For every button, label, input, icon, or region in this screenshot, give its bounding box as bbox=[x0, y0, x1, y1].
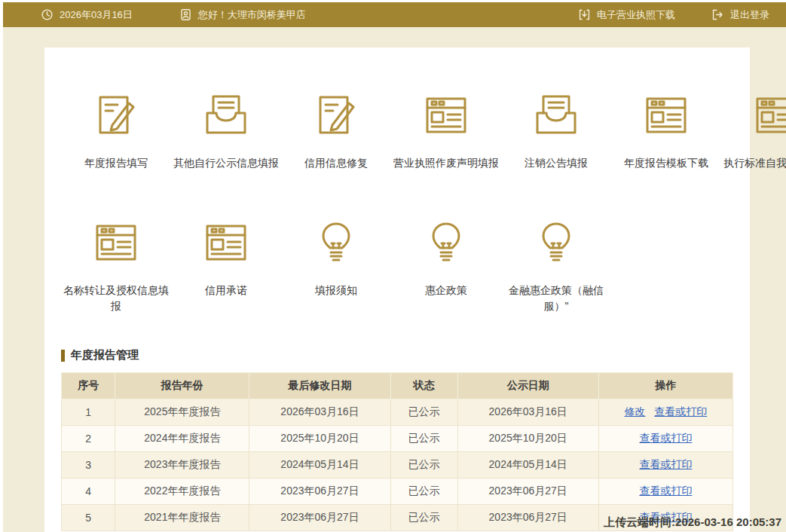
table-header-row: 序号 报告年份 最后修改日期 状态 公示日期 操作 bbox=[62, 373, 733, 399]
menu-item-label: 名称转让及授权信息填报 bbox=[61, 283, 171, 315]
col-header-report-year: 报告年份 bbox=[115, 373, 249, 399]
section-accent-bar bbox=[61, 350, 65, 362]
view-print-link[interactable]: 查看或打印 bbox=[654, 405, 707, 417]
date-text: 2026年03月16日 bbox=[60, 8, 133, 22]
form-icon bbox=[422, 91, 470, 139]
menu-item-filling-instructions[interactable]: 填报须知 bbox=[281, 219, 391, 315]
table-row: 2 2024年年度报告 2025年10月20日 已公示 2025年10月20日 … bbox=[62, 426, 733, 452]
publish-date-cell: 2023年06月27日 bbox=[457, 505, 598, 531]
logout-icon bbox=[711, 8, 724, 21]
status-cell: 已公示 bbox=[390, 399, 457, 426]
menu-item-label: 年度报告填写 bbox=[61, 155, 171, 172]
publish-date-cell: 2025年10月20日 bbox=[457, 426, 598, 452]
bulb-icon bbox=[422, 219, 470, 267]
modified-date-cell: 2023年06月27日 bbox=[249, 478, 390, 505]
modified-date-cell: 2024年05月14日 bbox=[249, 452, 390, 478]
report-year-cell: 2023年年度报告 bbox=[115, 452, 249, 478]
report-year-cell: 2025年年度报告 bbox=[115, 399, 249, 426]
report-year-cell: 2022年年度报告 bbox=[115, 478, 249, 505]
actions-cell: 查看或打印 bbox=[598, 426, 732, 452]
menu-item-label: 惠企政策 bbox=[391, 283, 501, 299]
upload-cloud-timestamp: 上传云端时间:2026-03-16 20:05:37 bbox=[604, 515, 781, 530]
license-download-button[interactable]: 电子营业执照下载 bbox=[578, 8, 675, 22]
person-icon bbox=[179, 8, 192, 21]
row-number-cell: 4 bbox=[62, 478, 115, 505]
col-header-index: 序号 bbox=[62, 373, 115, 399]
row-number-cell: 2 bbox=[62, 426, 115, 452]
bulb-icon bbox=[532, 219, 580, 267]
report-year-cell: 2021年年度报告 bbox=[115, 505, 249, 531]
annual-report-table: 序号 报告年份 最后修改日期 状态 公示日期 操作 1 2025年年度报告 20… bbox=[61, 372, 733, 531]
menu-item-label: 执行标准自我声明填报 bbox=[721, 155, 786, 172]
doc-pencil-icon bbox=[312, 91, 360, 139]
modified-date-cell: 2023年06月27日 bbox=[249, 505, 390, 531]
menu-item-label: 其他自行公示信息填报 bbox=[171, 155, 281, 172]
col-header-publish-date: 公示日期 bbox=[457, 373, 598, 399]
annual-report-section-header: 年度报告管理 bbox=[61, 348, 733, 362]
view-print-link[interactable]: 查看或打印 bbox=[639, 432, 692, 444]
row-number-cell: 1 bbox=[62, 399, 115, 426]
col-header-actions: 操作 bbox=[598, 373, 732, 399]
publish-date-cell: 2026年03月16日 bbox=[457, 399, 598, 426]
report-year-cell: 2024年年度报告 bbox=[115, 426, 249, 452]
modified-date-cell: 2026年03月16日 bbox=[249, 399, 390, 426]
table-row: 3 2023年年度报告 2024年05月14日 已公示 2024年05月14日 … bbox=[62, 452, 733, 478]
menu-item-label: 信用承诺 bbox=[171, 283, 281, 299]
logout-label: 退出登录 bbox=[730, 8, 769, 22]
license-download-label: 电子营业执照下载 bbox=[597, 8, 675, 22]
form-icon bbox=[92, 219, 140, 267]
view-print-link[interactable]: 查看或打印 bbox=[639, 485, 692, 497]
menu-item-label: 填报须知 bbox=[281, 283, 391, 299]
clock-icon bbox=[41, 8, 54, 21]
row-number-cell: 5 bbox=[62, 505, 115, 531]
status-cell: 已公示 bbox=[390, 452, 457, 478]
table-row: 4 2022年年度报告 2023年06月27日 已公示 2023年06月27日 … bbox=[62, 478, 733, 505]
modified-date-cell: 2025年10月20日 bbox=[249, 426, 390, 452]
download-icon bbox=[578, 8, 591, 21]
topbar: 2026年03月16日 您好！大理市闵桥美甲店 电子营业执照下载 退出登录 bbox=[3, 2, 786, 27]
user-greeting: 您好！大理市闵桥美甲店 bbox=[179, 8, 306, 22]
table-row: 1 2025年年度报告 2026年03月16日 已公示 2026年03月16日 … bbox=[62, 399, 733, 426]
menu-item-name-transfer-auth[interactable]: 名称转让及授权信息填报 bbox=[61, 219, 171, 315]
actions-cell: 查看或打印 bbox=[598, 452, 732, 478]
menu-item-finance-policy[interactable]: 金融惠企政策（融信服）" bbox=[501, 219, 611, 315]
menu-item-annual-report-fill[interactable]: 年度报告填写 bbox=[61, 91, 171, 172]
section-title: 年度报告管理 bbox=[71, 348, 139, 362]
function-menu: 年度报告填写 其他自行公示信息填报 信用信息修复 营业执照作废声明填报 注销公告… bbox=[61, 91, 733, 315]
col-header-modified-date: 最后修改日期 bbox=[249, 373, 390, 399]
status-cell: 已公示 bbox=[390, 426, 457, 452]
actions-cell: 修改 查看或打印 bbox=[598, 399, 732, 426]
menu-item-label: 营业执照作废声明填报 bbox=[391, 155, 501, 172]
bulb-icon bbox=[312, 219, 360, 267]
logout-button[interactable]: 退出登录 bbox=[711, 8, 769, 22]
menu-item-cancellation-notice[interactable]: 注销公告填报 bbox=[501, 91, 611, 172]
menu-item-license-void-declaration[interactable]: 营业执照作废声明填报 bbox=[391, 91, 501, 172]
doc-pencil-icon bbox=[92, 91, 140, 139]
actions-cell: 查看或打印 bbox=[598, 478, 732, 505]
menu-item-label: 注销公告填报 bbox=[501, 155, 611, 172]
publish-date-cell: 2024年05月14日 bbox=[457, 452, 598, 478]
status-cell: 已公示 bbox=[390, 505, 457, 531]
menu-item-credit-commitment[interactable]: 信用承诺 bbox=[171, 219, 281, 315]
form-icon bbox=[642, 91, 690, 139]
form-icon bbox=[752, 91, 786, 139]
greeting-text: 您好！大理市闵桥美甲店 bbox=[198, 8, 306, 22]
menu-item-label: 信用信息修复 bbox=[281, 155, 391, 172]
tray-icon bbox=[532, 91, 580, 139]
tray-icon bbox=[202, 91, 250, 139]
menu-item-other-public-info[interactable]: 其他自行公示信息填报 bbox=[171, 91, 281, 172]
menu-item-label: 年度报告模板下载 bbox=[611, 155, 721, 172]
edit-link[interactable]: 修改 bbox=[624, 405, 645, 417]
status-cell: 已公示 bbox=[390, 478, 457, 505]
current-date: 2026年03月16日 bbox=[41, 8, 133, 22]
view-print-link[interactable]: 查看或打印 bbox=[639, 458, 692, 470]
publish-date-cell: 2023年06月27日 bbox=[457, 478, 598, 505]
main-card: 年度报告填写 其他自行公示信息填报 信用信息修复 营业执照作废声明填报 注销公告… bbox=[44, 47, 750, 532]
menu-item-standard-self-declaration[interactable]: 执行标准自我声明填报 bbox=[721, 91, 786, 172]
form-icon bbox=[202, 219, 250, 267]
menu-item-annual-report-template[interactable]: 年度报告模板下载 bbox=[611, 91, 721, 172]
row-number-cell: 3 bbox=[62, 452, 115, 478]
menu-item-enterprise-policy[interactable]: 惠企政策 bbox=[391, 219, 501, 315]
menu-item-label: 金融惠企政策（融信服）" bbox=[501, 283, 611, 315]
menu-item-credit-repair[interactable]: 信用信息修复 bbox=[281, 91, 391, 172]
